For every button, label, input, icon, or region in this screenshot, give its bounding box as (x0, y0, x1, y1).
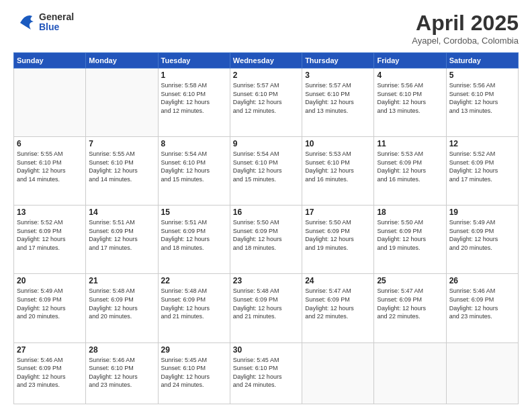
day-header: Saturday (446, 53, 518, 68)
day-number: 1 (161, 71, 227, 80)
day-info: Sunrise: 5:45 AM Sunset: 6:10 PM Dayligh… (161, 356, 227, 390)
day-info: Sunrise: 5:47 AM Sunset: 6:09 PM Dayligh… (377, 287, 443, 320)
day-number: 26 (449, 276, 515, 285)
day-number: 12 (449, 139, 515, 148)
day-cell (86, 68, 158, 137)
day-info: Sunrise: 5:57 AM Sunset: 6:10 PM Dayligh… (233, 81, 299, 115)
day-cell: 29Sunrise: 5:45 AM Sunset: 6:10 PM Dayli… (158, 342, 230, 404)
day-number: 27 (17, 345, 83, 355)
day-number: 16 (233, 208, 299, 217)
day-number: 7 (89, 139, 154, 148)
day-cell: 4Sunrise: 5:56 AM Sunset: 6:10 PM Daylig… (374, 68, 446, 137)
day-cell: 8Sunrise: 5:54 AM Sunset: 6:10 PM Daylig… (158, 137, 230, 205)
day-info: Sunrise: 5:52 AM Sunset: 6:09 PM Dayligh… (449, 150, 515, 183)
day-cell: 19Sunrise: 5:49 AM Sunset: 6:09 PM Dayli… (446, 205, 518, 274)
day-number: 29 (161, 345, 227, 355)
day-number: 8 (161, 139, 227, 148)
month-title: April 2025 (412, 11, 519, 36)
day-cell: 22Sunrise: 5:48 AM Sunset: 6:09 PM Dayli… (158, 274, 230, 342)
day-info: Sunrise: 5:46 AM Sunset: 6:10 PM Dayligh… (89, 356, 154, 390)
day-cell: 1Sunrise: 5:58 AM Sunset: 6:10 PM Daylig… (158, 68, 230, 137)
day-info: Sunrise: 5:48 AM Sunset: 6:09 PM Dayligh… (233, 287, 299, 320)
day-cell: 27Sunrise: 5:46 AM Sunset: 6:09 PM Dayli… (14, 342, 86, 404)
day-number: 14 (89, 208, 154, 217)
day-info: Sunrise: 5:49 AM Sunset: 6:09 PM Dayligh… (449, 218, 515, 252)
day-number: 25 (377, 276, 443, 285)
day-number: 4 (377, 71, 443, 80)
day-number: 22 (161, 276, 227, 285)
day-info: Sunrise: 5:55 AM Sunset: 6:10 PM Dayligh… (17, 150, 83, 183)
day-info: Sunrise: 5:50 AM Sunset: 6:09 PM Dayligh… (233, 218, 299, 252)
header: GeneralBlue April 2025 Ayapel, Cordoba, … (13, 11, 519, 46)
day-cell: 9Sunrise: 5:54 AM Sunset: 6:10 PM Daylig… (230, 137, 302, 205)
day-info: Sunrise: 5:54 AM Sunset: 6:10 PM Dayligh… (233, 150, 299, 183)
week-row: 27Sunrise: 5:46 AM Sunset: 6:09 PM Dayli… (14, 342, 519, 404)
day-cell: 17Sunrise: 5:50 AM Sunset: 6:09 PM Dayli… (302, 205, 374, 274)
day-header: Friday (374, 53, 446, 68)
day-cell: 14Sunrise: 5:51 AM Sunset: 6:09 PM Dayli… (86, 205, 158, 274)
day-info: Sunrise: 5:53 AM Sunset: 6:10 PM Dayligh… (305, 150, 371, 183)
day-cell: 12Sunrise: 5:52 AM Sunset: 6:09 PM Dayli… (446, 137, 518, 205)
day-info: Sunrise: 5:52 AM Sunset: 6:09 PM Dayligh… (17, 218, 83, 252)
day-header: Wednesday (230, 53, 302, 68)
day-cell: 10Sunrise: 5:53 AM Sunset: 6:10 PM Dayli… (302, 137, 374, 205)
day-number: 9 (233, 139, 299, 148)
day-header: Monday (86, 53, 158, 68)
day-number: 10 (305, 139, 371, 148)
day-cell: 23Sunrise: 5:48 AM Sunset: 6:09 PM Dayli… (230, 274, 302, 342)
day-info: Sunrise: 5:48 AM Sunset: 6:09 PM Dayligh… (89, 287, 154, 320)
day-cell: 30Sunrise: 5:45 AM Sunset: 6:10 PM Dayli… (230, 342, 302, 404)
location: Ayapel, Cordoba, Colombia (412, 36, 519, 46)
day-cell: 2Sunrise: 5:57 AM Sunset: 6:10 PM Daylig… (230, 68, 302, 137)
day-cell: 13Sunrise: 5:52 AM Sunset: 6:09 PM Dayli… (14, 205, 86, 274)
day-info: Sunrise: 5:55 AM Sunset: 6:10 PM Dayligh… (89, 150, 154, 183)
day-info: Sunrise: 5:46 AM Sunset: 6:09 PM Dayligh… (17, 356, 83, 390)
day-info: Sunrise: 5:56 AM Sunset: 6:10 PM Dayligh… (449, 81, 515, 115)
day-number: 23 (233, 276, 299, 285)
week-row: 20Sunrise: 5:49 AM Sunset: 6:09 PM Dayli… (14, 274, 519, 342)
day-info: Sunrise: 5:54 AM Sunset: 6:10 PM Dayligh… (161, 150, 227, 183)
day-cell (302, 342, 374, 404)
day-cell: 7Sunrise: 5:55 AM Sunset: 6:10 PM Daylig… (86, 137, 158, 205)
day-cell: 28Sunrise: 5:46 AM Sunset: 6:10 PM Dayli… (86, 342, 158, 404)
day-cell: 16Sunrise: 5:50 AM Sunset: 6:09 PM Dayli… (230, 205, 302, 274)
calendar: SundayMondayTuesdayWednesdayThursdayFrid… (13, 52, 519, 404)
day-number: 15 (161, 208, 227, 217)
day-number: 11 (377, 139, 443, 148)
day-cell: 24Sunrise: 5:47 AM Sunset: 6:09 PM Dayli… (302, 274, 374, 342)
day-cell: 11Sunrise: 5:53 AM Sunset: 6:09 PM Dayli… (374, 137, 446, 205)
day-number: 3 (305, 71, 371, 80)
day-cell: 18Sunrise: 5:50 AM Sunset: 6:09 PM Dayli… (374, 205, 446, 274)
day-header: Tuesday (158, 53, 230, 68)
logo: GeneralBlue (13, 11, 74, 35)
day-info: Sunrise: 5:48 AM Sunset: 6:09 PM Dayligh… (161, 287, 227, 320)
day-cell: 3Sunrise: 5:57 AM Sunset: 6:10 PM Daylig… (302, 68, 374, 137)
week-row: 1Sunrise: 5:58 AM Sunset: 6:10 PM Daylig… (14, 68, 519, 137)
day-header: Thursday (302, 53, 374, 68)
title-block: April 2025 Ayapel, Cordoba, Colombia (412, 11, 519, 46)
day-cell: 20Sunrise: 5:49 AM Sunset: 6:09 PM Dayli… (14, 274, 86, 342)
day-cell: 15Sunrise: 5:51 AM Sunset: 6:09 PM Dayli… (158, 205, 230, 274)
week-row: 13Sunrise: 5:52 AM Sunset: 6:09 PM Dayli… (14, 205, 519, 274)
week-row: 6Sunrise: 5:55 AM Sunset: 6:10 PM Daylig… (14, 137, 519, 205)
day-number: 21 (89, 276, 154, 285)
day-cell: 5Sunrise: 5:56 AM Sunset: 6:10 PM Daylig… (446, 68, 518, 137)
day-number: 19 (449, 208, 515, 217)
day-info: Sunrise: 5:58 AM Sunset: 6:10 PM Dayligh… (161, 81, 227, 115)
day-info: Sunrise: 5:50 AM Sunset: 6:09 PM Dayligh… (305, 218, 371, 252)
day-number: 30 (233, 345, 299, 355)
day-number: 13 (17, 208, 83, 217)
day-number: 2 (233, 71, 299, 80)
day-info: Sunrise: 5:47 AM Sunset: 6:09 PM Dayligh… (305, 287, 371, 320)
day-cell (14, 68, 86, 137)
day-info: Sunrise: 5:51 AM Sunset: 6:09 PM Dayligh… (89, 218, 154, 252)
day-info: Sunrise: 5:50 AM Sunset: 6:09 PM Dayligh… (377, 218, 443, 252)
day-number: 20 (17, 276, 83, 285)
day-cell: 6Sunrise: 5:55 AM Sunset: 6:10 PM Daylig… (14, 137, 86, 205)
day-cell: 21Sunrise: 5:48 AM Sunset: 6:09 PM Dayli… (86, 274, 158, 342)
page: GeneralBlue April 2025 Ayapel, Cordoba, … (0, 0, 532, 411)
day-info: Sunrise: 5:53 AM Sunset: 6:09 PM Dayligh… (377, 150, 443, 183)
day-info: Sunrise: 5:46 AM Sunset: 6:09 PM Dayligh… (449, 287, 515, 320)
day-number: 17 (305, 208, 371, 217)
day-cell (374, 342, 446, 404)
